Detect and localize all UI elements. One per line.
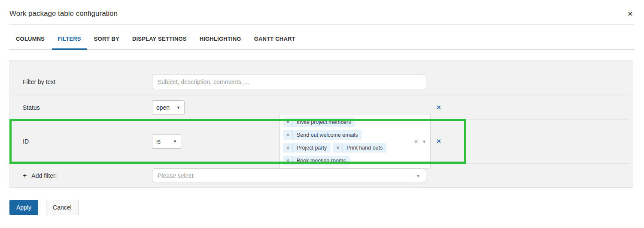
tab-columns[interactable]: COLUMNS <box>9 36 51 49</box>
chip: × Project party <box>283 143 331 153</box>
chip-list: × Invite project members × Send out welc… <box>283 117 408 165</box>
tab-highlighting[interactable]: HIGHLIGHTING <box>193 36 248 49</box>
action-bar: Apply Cancel <box>9 200 79 215</box>
chip: × Send out welcome emails <box>283 130 361 140</box>
remove-status-filter-button[interactable]: × <box>430 103 447 112</box>
caret-down-icon: ▼ <box>176 105 180 110</box>
chip-label: Project party <box>293 145 331 151</box>
tab-bar: COLUMNS FILTERS SORT BY DISPLAY SETTINGS… <box>9 25 635 50</box>
plus-icon: + <box>23 172 27 179</box>
chip-remove-icon[interactable]: × <box>283 130 293 140</box>
text-filter-input[interactable] <box>152 75 426 89</box>
apply-button[interactable]: Apply <box>9 200 38 215</box>
page-title: Work package table configuration <box>9 9 118 18</box>
filter-row-id: ID is ▼ × Invite project members × Send … <box>14 119 629 163</box>
filter-label: Filter by text <box>23 78 152 85</box>
filters-panel: Filter by text Status open ▼ × ID is ▼ <box>9 60 633 188</box>
add-filter-label: Add filter: <box>31 172 57 179</box>
chip-remove-icon[interactable]: × <box>333 143 343 153</box>
multiselect-controls: × ▼ <box>414 138 428 145</box>
remove-id-filter-button[interactable]: × <box>430 137 447 146</box>
filter-label: Status <box>23 104 152 111</box>
selected-value: open <box>156 104 170 111</box>
chip-label: Book meeting rooms <box>293 158 350 164</box>
id-operator-select[interactable]: is ▼ <box>152 134 181 149</box>
chip-label: Invite project members <box>293 119 355 125</box>
add-filter-select[interactable]: ▼ <box>152 168 426 183</box>
clear-all-icon[interactable]: × <box>414 138 418 145</box>
caret-down-icon: ▼ <box>173 139 177 144</box>
filter-row-text: Filter by text <box>14 60 629 96</box>
filter-label: ID <box>23 138 152 145</box>
chip: × Print hand outs <box>333 143 386 153</box>
chip-remove-icon[interactable]: × <box>283 143 293 153</box>
chip-label: Print hand outs <box>343 145 386 151</box>
chip-label: Send out welcome emails <box>293 132 361 138</box>
filter-row-add: +Add filter: ▼ <box>14 163 629 187</box>
modal-header: Work package table configuration × <box>9 0 635 25</box>
status-operator-select[interactable]: open ▼ <box>152 100 185 115</box>
id-values-multiselect[interactable]: × Invite project members × Send out welc… <box>279 114 431 169</box>
chip: × Invite project members <box>283 117 355 127</box>
selected-value: is <box>156 138 161 145</box>
tab-filters[interactable]: FILTERS <box>51 36 88 49</box>
add-filter-label-cell: +Add filter: <box>23 172 152 180</box>
tab-display-settings[interactable]: DISPLAY SETTINGS <box>126 36 193 49</box>
cancel-button[interactable]: Cancel <box>46 200 79 215</box>
tab-gantt-chart[interactable]: GANTT CHART <box>248 36 302 49</box>
tab-sort-by[interactable]: SORT BY <box>88 36 126 49</box>
chevron-down-icon[interactable]: ▼ <box>422 139 426 144</box>
chip-remove-icon[interactable]: × <box>283 117 293 127</box>
add-filter-input[interactable] <box>152 168 426 183</box>
close-icon[interactable]: × <box>628 9 633 18</box>
